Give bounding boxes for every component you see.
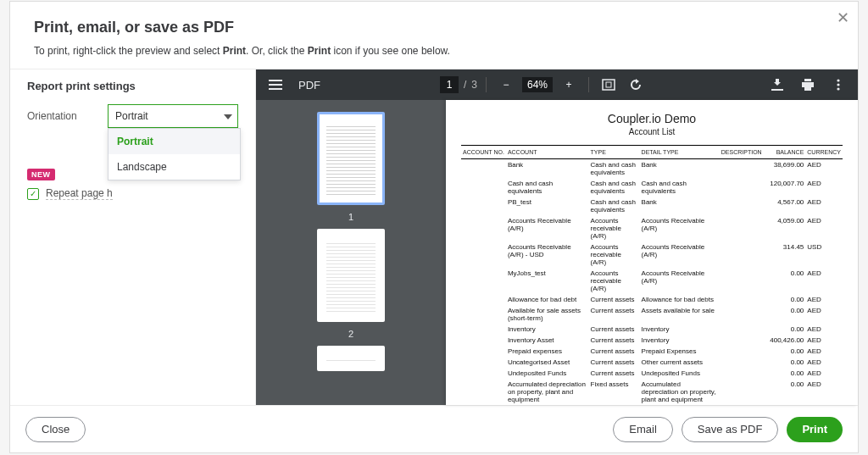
table-header-row: ACCOUNT NO. ACCOUNT TYPE DETAIL TYPE DES… [461, 146, 843, 159]
cell: AED [805, 368, 843, 379]
cell: Inventory [506, 324, 589, 335]
thumbnail-strip[interactable]: 1 2 [256, 100, 446, 405]
table-row: InventoryCurrent assetsInventory0.00AED [461, 324, 843, 335]
report-title: Coupler.io Demo [461, 112, 843, 125]
cell: 0.00 [764, 379, 806, 405]
cell: Current assets [589, 357, 640, 368]
cell: Prepaid Expenses [640, 346, 720, 357]
table-row: Accounts Receivable (A/R) - USDAccounts … [461, 241, 843, 268]
table-row: MyJobs_testAccounts receivable (A/R)Acco… [461, 268, 843, 294]
cell: MyJobs_test [506, 268, 589, 294]
table-row: Cash and cash equivalentsCash and cash e… [461, 178, 843, 197]
cell [720, 197, 764, 215]
cell: 120,007.70 [764, 178, 806, 197]
thumbnail-1[interactable] [317, 112, 385, 205]
cell: Cash and cash equivalents [589, 178, 640, 197]
save-pdf-button[interactable]: Save as PDF [682, 417, 779, 442]
pdf-center-controls: / 3 − 64% + [440, 74, 647, 96]
col-account: ACCOUNT [506, 146, 589, 159]
more-icon[interactable] [827, 74, 849, 96]
pdf-page: Coupler.io Demo Account List ACCOUNT NO.… [446, 100, 858, 405]
cell: 0.00 [764, 346, 806, 357]
table-row: Prepaid expensesCurrent assetsPrepaid Ex… [461, 346, 843, 357]
cell: AED [805, 379, 843, 405]
orientation-option-landscape[interactable]: Landscape [108, 154, 240, 180]
svg-point-3 [837, 83, 839, 86]
zoom-in-button[interactable]: + [558, 74, 580, 96]
cell [461, 294, 506, 305]
svg-rect-0 [603, 80, 615, 90]
svg-point-2 [837, 79, 839, 81]
repeat-header-checkbox[interactable]: ✓ [27, 188, 39, 200]
cell: Other current assets [640, 357, 720, 368]
cell [461, 324, 506, 335]
cell: Current assets [589, 335, 640, 346]
cell: Accounts Receivable (A/R) [640, 268, 720, 294]
print-button[interactable]: Print [787, 417, 843, 442]
cell [461, 346, 506, 357]
cell [720, 294, 764, 305]
orientation-select[interactable]: Portrait [108, 104, 238, 128]
pdf-title: PDF [298, 79, 320, 92]
close-button[interactable]: Close [25, 417, 86, 442]
cell: Accounts Receivable (A/R) [506, 215, 589, 241]
svg-rect-1 [606, 82, 611, 87]
modal-header: Print, email, or save as PDF To print, r… [10, 2, 858, 69]
pdf-toolbar: PDF / 3 − 64% + [256, 69, 858, 100]
cell [720, 324, 764, 335]
settings-heading: Report print settings [27, 80, 238, 92]
orientation-option-portrait[interactable]: Portrait [108, 129, 240, 154]
caret-down-icon [224, 110, 232, 122]
zoom-out-button[interactable]: − [495, 74, 517, 96]
page-sep: / [464, 79, 466, 91]
subtext-bold: Print [223, 45, 246, 57]
cell: AED [805, 357, 843, 368]
print-icon[interactable] [797, 74, 819, 96]
menu-icon[interactable] [264, 74, 287, 96]
cell [461, 268, 506, 294]
fit-page-icon[interactable] [598, 74, 620, 96]
cell: 0.00 [764, 268, 806, 294]
cell: Accounts Receivable (A/R) [640, 215, 720, 241]
new-badge: NEW [27, 169, 55, 180]
cell [720, 305, 764, 324]
table-row: Inventory AssetCurrent assetsInventory40… [461, 335, 843, 346]
cell: Current assets [589, 305, 640, 324]
table-row: BankCash and cash equivalentsBank38,699.… [461, 159, 843, 179]
cell [461, 357, 506, 368]
cell [461, 178, 506, 197]
cell [720, 241, 764, 268]
download-icon[interactable] [766, 74, 788, 96]
cell: 4,059.00 [764, 215, 806, 241]
cell: Accounts receivable (A/R) [589, 268, 640, 294]
orientation-row: Orientation Portrait Portrait Landscape [27, 104, 238, 128]
cell: Current assets [589, 346, 640, 357]
preview-panel: PDF / 3 − 64% + [256, 69, 858, 405]
cell: Undeposited Funds [640, 368, 720, 379]
cell: AED [805, 305, 843, 324]
rotate-icon[interactable] [625, 74, 647, 96]
close-icon[interactable]: ✕ [837, 8, 849, 27]
cell: USD [805, 241, 843, 268]
cell: 400,426.00 [764, 335, 806, 346]
thumbnail-2[interactable] [317, 229, 385, 322]
thumbnail-3[interactable] [317, 346, 385, 371]
col-balance: BALANCE [764, 146, 806, 159]
page-number-input[interactable] [440, 76, 459, 93]
cell: AED [805, 335, 843, 346]
settings-panel: Report print settings Orientation Portra… [10, 69, 256, 405]
table-row: Available for sale assets (short-term)Cu… [461, 305, 843, 324]
cell: 38,699.00 [764, 159, 806, 179]
email-button[interactable]: Email [613, 417, 673, 442]
cell: Fixed assets [589, 379, 640, 405]
cell: Cash and cash equivalents [640, 178, 720, 197]
cell: Allowance for bad debts [640, 294, 720, 305]
cell: 4,567.00 [764, 197, 806, 215]
table-row: PB_testCash and cash equivalentsBank4,56… [461, 197, 843, 215]
modal-footer: Close Email Save as PDF Print [10, 405, 858, 452]
cell: Prepaid expenses [506, 346, 589, 357]
svg-point-4 [837, 87, 839, 90]
cell [461, 368, 506, 379]
cell: 0.00 [764, 324, 806, 335]
cell: Accounts Receivable (A/R) - USD [506, 241, 589, 268]
